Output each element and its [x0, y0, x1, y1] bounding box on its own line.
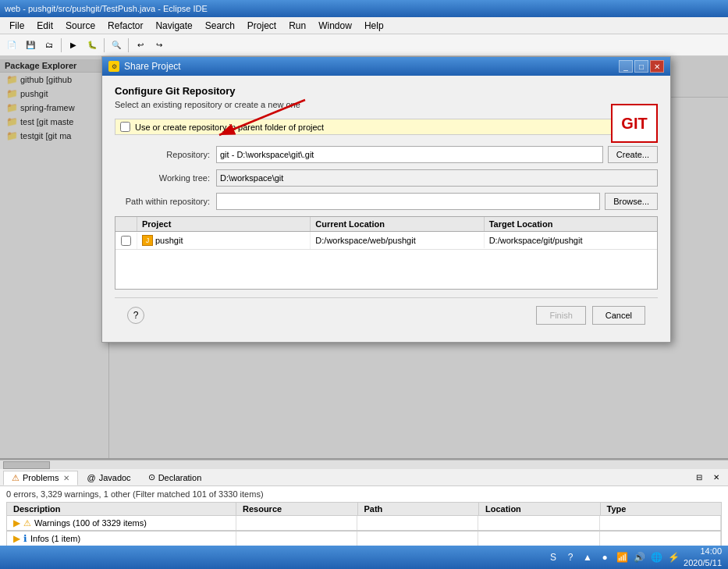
prob-loc1 — [478, 516, 599, 530]
working-tree-label: Working tree: — [115, 173, 216, 183]
menu-file[interactable]: File — [3, 19, 30, 33]
tab-javadoc[interactable]: @ Javadoc — [78, 471, 139, 485]
use-create-repo-checkbox[interactable] — [120, 122, 130, 132]
taskbar-icon-s: S — [546, 550, 560, 564]
warning-icon: ⚠ — [12, 473, 20, 483]
menu-help[interactable]: Help — [358, 19, 390, 33]
taskbar-icons: S ? ▲ ● 📶 🔊 🌐 ⚡ — [546, 550, 680, 564]
tab-declaration[interactable]: ⊙ Declaration — [140, 470, 211, 485]
share-project-dialog: ⚙ Share Project _ □ ✕ GIT Configure Git … — [101, 56, 671, 343]
prob-loc2 — [478, 532, 599, 546]
toolbar-search[interactable]: 🔍 — [108, 37, 125, 54]
create-button[interactable]: Create... — [608, 146, 658, 163]
dialog-close[interactable]: ✕ — [650, 60, 664, 73]
th-description: Description — [7, 503, 236, 515]
dialog-maximize[interactable]: □ — [634, 60, 648, 73]
taskbar-icon-up: ▲ — [581, 550, 595, 564]
toolbar-debug[interactable]: 🐛 — [83, 37, 101, 54]
tab-problems-label: Problems — [23, 473, 59, 482]
menu-window[interactable]: Window — [312, 19, 358, 33]
table-col-check — [115, 217, 137, 231]
dialog-controls: _ □ ✕ — [619, 60, 664, 73]
project-icon: J pushgit — [142, 235, 183, 246]
toolbar-redo[interactable]: ↪ — [151, 37, 168, 54]
checkbox-label[interactable]: Use or create repository in parent folde… — [135, 123, 324, 132]
repository-row: Repository: Create... — [115, 146, 658, 163]
warning-icon: ▶ — [13, 517, 20, 528]
error-summary: 0 errors, 3,329 warnings, 1 other (Filte… — [6, 489, 722, 499]
row-checkbox[interactable] — [121, 236, 131, 246]
repository-label: Repository: — [115, 150, 216, 159]
bottom-panel-close[interactable]: ✕ — [708, 469, 725, 486]
th-path: Path — [358, 503, 480, 515]
menu-navigate[interactable]: Navigate — [149, 19, 198, 33]
toolbar-new[interactable]: 📄 — [3, 37, 20, 54]
menu-refactor[interactable]: Refactor — [101, 19, 149, 33]
row-target: D:/workspace/git/pushgit — [485, 233, 657, 248]
path-label: Path within repository: — [115, 197, 216, 206]
browse-button[interactable]: Browse... — [605, 193, 658, 210]
footer-buttons: Finish Cancel — [536, 306, 645, 325]
th-location: Location — [479, 503, 601, 515]
prob-path2 — [357, 532, 478, 546]
table-row: J pushgit D:/workspace/web/pushgit D:/wo… — [115, 232, 657, 250]
dialog-title: Share Project — [124, 61, 181, 72]
row-check — [115, 233, 137, 249]
menu-project[interactable]: Project — [241, 19, 282, 33]
finish-button[interactable]: Finish — [536, 306, 585, 325]
tab-problems-close[interactable]: ✕ — [63, 474, 69, 482]
toolbar: 📄 💾 🗂 ▶ 🐛 🔍 ↩ ↪ — [0, 34, 728, 56]
problems-header: Description Resource Path Location Type — [6, 502, 722, 515]
prob-res1 — [236, 516, 357, 530]
toolbar-save-all[interactable]: 🗂 — [41, 37, 58, 54]
toolbar-sep1 — [61, 38, 62, 52]
prob-type2 — [600, 532, 721, 546]
toolbar-save[interactable]: 💾 — [22, 37, 39, 54]
th-type: Type — [601, 503, 722, 515]
repository-input[interactable] — [216, 146, 603, 163]
path-input[interactable] — [216, 193, 600, 210]
prob-res2 — [236, 532, 357, 546]
dialog-minimize[interactable]: _ — [619, 60, 633, 73]
problems-row-infos: ▶ ℹ Infos (1 item) — [6, 531, 722, 546]
taskbar-icon-dot: ● — [598, 550, 612, 564]
projects-table: Project Current Location Target Location… — [115, 216, 658, 290]
horizontal-scrollbar[interactable] — [0, 460, 728, 469]
problems-row-warnings: ▶ ⚠ Warnings (100 of 3329 items) — [6, 515, 722, 531]
menu-search[interactable]: Search — [199, 19, 241, 33]
title-bar: web - pushgit/src/pushgit/TestPush.java … — [0, 0, 728, 17]
bottom-panel-btn[interactable]: ⊟ — [691, 469, 708, 486]
menu-edit[interactable]: Edit — [30, 19, 59, 33]
prob-type1 — [600, 516, 721, 530]
menu-source[interactable]: Source — [59, 19, 101, 33]
dialog-titlebar-left: ⚙ Share Project — [108, 61, 181, 72]
table-col-project: Project — [137, 217, 311, 231]
menu-run[interactable]: Run — [282, 19, 312, 33]
dialog-titlebar: ⚙ Share Project _ □ ✕ — [102, 57, 670, 76]
table-col-target: Target Location — [485, 217, 657, 231]
help-button[interactable]: ? — [127, 307, 144, 324]
toolbar-undo[interactable]: ↩ — [132, 37, 149, 54]
taskbar-icon-wifi: 📶 — [615, 550, 629, 564]
project-icon-box: J — [142, 235, 153, 246]
working-tree-value: D:\workspace\git — [216, 169, 658, 187]
dialog-body: GIT Configure Git Repository Select an e… — [102, 76, 670, 342]
tab-javadoc-label: @ — [87, 473, 95, 482]
table-empty — [115, 250, 657, 289]
tab-problems[interactable]: ⚠ Problems ✕ — [3, 471, 78, 485]
problems-content: 0 errors, 3,329 warnings, 1 other (Filte… — [0, 486, 728, 549]
taskbar: S ? ▲ ● 📶 🔊 🌐 ⚡ 14:00 2020/5/11 — [0, 546, 728, 569]
path-row: Path within repository: Browse... — [115, 193, 658, 210]
table-col-current: Current Location — [311, 217, 484, 231]
section-subtitle: Select an existing repository or create … — [115, 100, 658, 109]
taskbar-icon-pwr: ⚡ — [666, 550, 680, 564]
toolbar-sep2 — [104, 38, 105, 52]
cancel-button[interactable]: Cancel — [592, 306, 645, 325]
window-title: web - pushgit/src/pushgit/TestPush.java … — [5, 4, 208, 13]
row-project: J pushgit — [137, 232, 311, 249]
prob-warnings: ▶ ⚠ Warnings (100 of 3329 items) — [7, 516, 236, 530]
taskbar-time: 14:00 2020/5/11 — [684, 546, 722, 569]
dialog-footer: ? Finish Cancel — [115, 297, 658, 333]
scroll-thumb[interactable] — [3, 461, 50, 469]
toolbar-run[interactable]: ▶ — [65, 37, 82, 54]
